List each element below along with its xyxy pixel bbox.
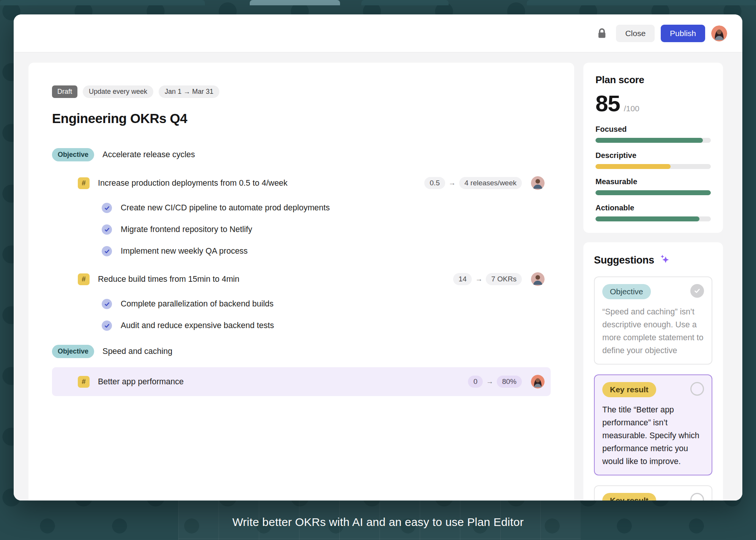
- suggestion-text: “Speed and caching” isn’t descriptive en…: [602, 305, 704, 357]
- metric-bar: [595, 164, 711, 169]
- plan-editor-panel: Draft Update every week Jan 1 → Mar 31 E…: [28, 63, 574, 501]
- lock-icon: [596, 28, 608, 39]
- start-value-pill[interactable]: 0.5: [424, 177, 445, 189]
- checkmark-icon: [102, 246, 112, 256]
- score-number: 85: [595, 90, 620, 117]
- score-metric: Descriptive: [595, 151, 711, 169]
- key-result-values: 14 → 7 OKRs: [453, 272, 545, 286]
- key-result-title: Better app performance: [98, 377, 184, 387]
- sparkles-icon: [659, 254, 670, 267]
- suggestion-done-icon[interactable]: [690, 284, 704, 298]
- arrow-right-icon: →: [449, 179, 456, 187]
- suggestions-card: Suggestions Objective: [583, 242, 723, 501]
- key-result-row-selected[interactable]: # Better app performance 0 → 80%: [52, 367, 551, 396]
- initiative-title: Implement new weekly QA process: [121, 246, 248, 256]
- checkmark-icon: [102, 299, 112, 309]
- suggestion-card-active[interactable]: Key result The title “Better app perform…: [594, 374, 712, 475]
- metric-label: Focused: [595, 125, 711, 134]
- start-value-pill[interactable]: 14: [453, 273, 472, 285]
- suggestion-open-circle[interactable]: [690, 382, 704, 396]
- arrow-right-icon: →: [486, 377, 493, 386]
- assignee-avatar[interactable]: [531, 375, 545, 388]
- suggestion-type-badge: Key result: [602, 382, 656, 397]
- initiative-title: Create new CI/CD pipeline to automate pr…: [121, 203, 330, 213]
- background-tab-shape: [361, 0, 449, 5]
- metric-label: Actionable: [595, 204, 711, 212]
- close-button[interactable]: Close: [616, 25, 655, 42]
- suggestion-text: The title “Better app performance” isn’t…: [602, 403, 704, 468]
- initiative-title: Complete parallelization of backend buil…: [121, 299, 274, 309]
- hash-icon: #: [78, 273, 90, 285]
- key-result-title: Reduce build times from 15min to 4min: [98, 275, 239, 284]
- initiative-row[interactable]: Migrate frontend repository to Netlify: [52, 223, 551, 236]
- objective-title: Speed and caching: [102, 347, 172, 356]
- score-max: /100: [624, 104, 639, 113]
- initiative-title: Audit and reduce expensive backend tests: [121, 321, 274, 330]
- hash-icon: #: [78, 177, 90, 189]
- background-tab-shape: [527, 0, 756, 5]
- metric-bar: [595, 216, 711, 221]
- initiative-row[interactable]: Complete parallelization of backend buil…: [52, 298, 551, 310]
- key-result-title: Increase production deployments from 0.5…: [98, 178, 288, 188]
- suggestions-title: Suggestions: [594, 254, 654, 266]
- plan-score-card: Plan score 85 /100 Focused Descriptive M…: [583, 63, 723, 233]
- initiative-row[interactable]: Audit and reduce expensive backend tests: [52, 319, 551, 332]
- score-metric: Measurable: [595, 177, 711, 195]
- target-value-pill[interactable]: 4 releases/week: [459, 177, 522, 189]
- start-value-pill[interactable]: 0: [468, 376, 483, 388]
- plan-editor-window: Close Publish Draft Update every week Ja…: [14, 14, 742, 501]
- initiative-row[interactable]: Create new CI/CD pipeline to automate pr…: [52, 202, 551, 214]
- cadence-badge[interactable]: Update every week: [83, 85, 153, 98]
- plan-meta-row: Draft Update every week Jan 1 → Mar 31: [52, 85, 551, 98]
- background-tab-shape: [250, 0, 340, 5]
- hash-icon: #: [78, 376, 90, 388]
- key-result-values: 0 → 80%: [468, 375, 545, 388]
- suggestion-type-badge: Objective: [602, 284, 651, 299]
- window-content: Draft Update every week Jan 1 → Mar 31 E…: [14, 52, 742, 501]
- background-tab-shape: [0, 0, 205, 5]
- initiative-row[interactable]: Implement new weekly QA process: [52, 245, 551, 257]
- date-range-badge[interactable]: Jan 1 → Mar 31: [159, 85, 219, 98]
- metric-bar: [595, 190, 711, 195]
- objective-badge: Objective: [52, 148, 94, 161]
- suggestion-card[interactable]: Objective “Speed and caching” isn’t desc…: [594, 276, 712, 365]
- suggestion-card[interactable]: Key result Consider listing the initiati…: [594, 485, 712, 501]
- arrow-right-icon: →: [475, 275, 482, 283]
- plan-title[interactable]: Engineering OKRs Q4: [52, 111, 551, 126]
- score-metric: Actionable: [595, 204, 711, 221]
- plan-score-title: Plan score: [595, 74, 711, 86]
- objective-row[interactable]: Objective Accelerate release cycles: [52, 148, 551, 161]
- objective-badge: Objective: [52, 345, 94, 358]
- objective-row[interactable]: Objective Speed and caching: [52, 345, 551, 358]
- suggestion-type-badge: Key result: [602, 493, 656, 501]
- initiative-title: Migrate frontend repository to Netlify: [121, 225, 252, 234]
- checkmark-icon: [102, 321, 112, 331]
- checkmark-icon: [102, 224, 112, 235]
- key-result-row[interactable]: # Reduce build times from 15min to 4min …: [52, 270, 551, 289]
- key-result-values: 0.5 → 4 releases/week: [424, 176, 545, 190]
- window-header: Close Publish: [14, 14, 742, 52]
- suggestion-open-circle[interactable]: [690, 493, 704, 501]
- target-value-pill[interactable]: 7 OKRs: [486, 273, 522, 285]
- score-metric: Focused: [595, 125, 711, 143]
- metric-label: Measurable: [595, 177, 711, 186]
- sidebar: Plan score 85 /100 Focused Descriptive M…: [583, 63, 723, 501]
- publish-button[interactable]: Publish: [661, 25, 705, 42]
- target-value-pill[interactable]: 80%: [497, 376, 522, 388]
- key-result-row[interactable]: # Increase production deployments from 0…: [52, 174, 551, 193]
- tagline-caption: Write better OKRs with AI and an easy to…: [0, 516, 756, 529]
- checkmark-icon: [102, 203, 112, 213]
- user-avatar[interactable]: [711, 25, 727, 41]
- assignee-avatar[interactable]: [531, 272, 545, 286]
- plan-score-value: 85 /100: [595, 90, 711, 117]
- metric-bar: [595, 138, 711, 143]
- objective-title: Accelerate release cycles: [102, 150, 195, 159]
- status-badge: Draft: [52, 85, 77, 98]
- assignee-avatar[interactable]: [531, 176, 545, 190]
- metric-label: Descriptive: [595, 151, 711, 160]
